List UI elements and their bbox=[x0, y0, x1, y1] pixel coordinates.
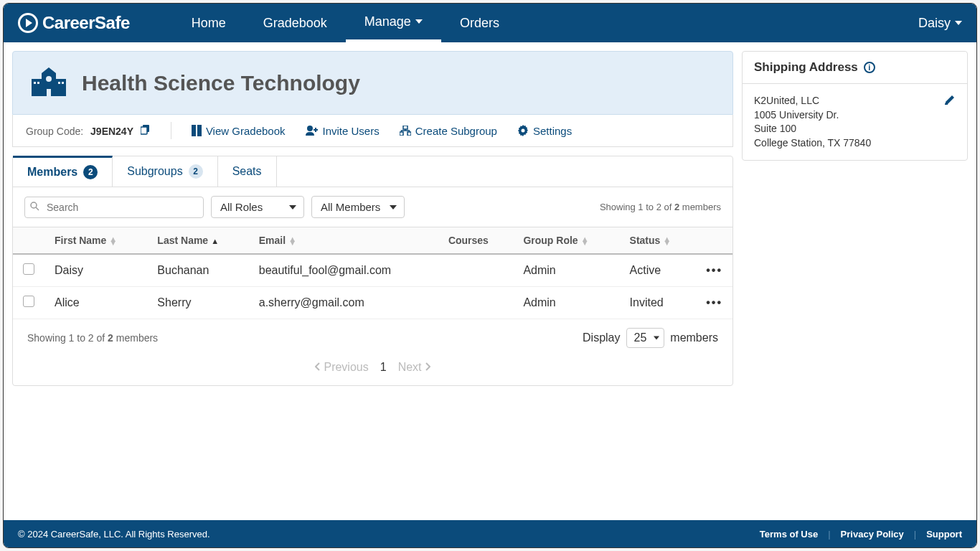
footer-privacy[interactable]: Privacy Policy bbox=[841, 529, 904, 540]
shipping-line4: College Station, TX 77840 bbox=[754, 136, 871, 151]
edit-icon[interactable] bbox=[944, 94, 956, 110]
shipping-line2: 1005 University Dr. bbox=[754, 108, 871, 123]
col-first-name[interactable]: First Name▲▼ bbox=[44, 227, 147, 255]
col-last-name[interactable]: Last Name▲ bbox=[147, 227, 248, 255]
row-checkbox[interactable] bbox=[23, 296, 34, 307]
brand-name: CareerSafe bbox=[42, 13, 130, 33]
svg-rect-9 bbox=[47, 89, 51, 96]
cell-email: a.sherry@gmail.com bbox=[249, 287, 438, 319]
create-subgroup-label: Create Subgroup bbox=[415, 125, 497, 137]
settings-link[interactable]: Settings bbox=[517, 125, 572, 137]
shipping-line1: K2United, LLC bbox=[754, 94, 871, 108]
nav-home[interactable]: Home bbox=[173, 4, 245, 42]
info-icon[interactable]: i bbox=[864, 62, 875, 73]
search-icon bbox=[30, 202, 39, 213]
page-size-select[interactable]: 25 bbox=[626, 328, 665, 348]
divider: | bbox=[914, 529, 916, 540]
top-nav: CareerSafe Home Gradebook Manage Orders … bbox=[4, 4, 976, 42]
brand-logo[interactable]: CareerSafe bbox=[18, 13, 130, 33]
nav-manage[interactable]: Manage bbox=[346, 4, 441, 42]
user-name: Daisy bbox=[918, 16, 951, 31]
pagination-next[interactable]: Next bbox=[398, 361, 430, 374]
summary-prefix: Showing 1 to 2 of bbox=[600, 202, 674, 212]
search-input[interactable] bbox=[24, 197, 204, 218]
tab-subgroups-count: 2 bbox=[189, 164, 203, 179]
col-group-role[interactable]: Group Role▲▼ bbox=[513, 227, 619, 255]
col-status[interactable]: Status▲▼ bbox=[620, 227, 697, 255]
create-subgroup-link[interactable]: Create Subgroup bbox=[400, 125, 497, 137]
view-gradebook-link[interactable]: View Gradebook bbox=[192, 125, 286, 137]
footer-copyright: © 2024 CareerSafe, LLC. All Rights Reser… bbox=[18, 529, 210, 540]
invite-users-label: Invite Users bbox=[323, 125, 380, 137]
chevron-down-icon bbox=[955, 21, 962, 25]
members-label: members bbox=[670, 331, 718, 344]
tab-seats[interactable]: Seats bbox=[218, 156, 277, 187]
tab-subgroups[interactable]: Subgroups 2 bbox=[113, 156, 217, 187]
shipping-address: K2United, LLC 1005 University Dr. Suite … bbox=[754, 94, 871, 150]
gear-icon bbox=[517, 125, 529, 136]
chevron-right-icon bbox=[425, 362, 430, 371]
svg-marker-3 bbox=[42, 67, 56, 73]
group-title: Health Science Technology bbox=[82, 71, 360, 95]
svg-rect-12 bbox=[192, 125, 196, 136]
user-plus-icon bbox=[306, 126, 319, 136]
shipping-card-header: Shipping Address i bbox=[743, 52, 967, 84]
nav-orders[interactable]: Orders bbox=[441, 4, 518, 42]
svg-rect-8 bbox=[62, 82, 64, 84]
copy-icon[interactable] bbox=[141, 126, 151, 137]
pagination: Previous 1 Next bbox=[13, 357, 732, 385]
svg-rect-13 bbox=[197, 125, 202, 136]
svg-point-21 bbox=[31, 202, 37, 208]
footer-support[interactable]: Support bbox=[926, 529, 962, 540]
svg-rect-0 bbox=[32, 79, 42, 96]
summary-suffix: members bbox=[113, 332, 158, 344]
shipping-title: Shipping Address bbox=[754, 60, 858, 75]
cell-first-name: Daisy bbox=[44, 254, 147, 287]
summary-prefix: Showing 1 to 2 of bbox=[27, 332, 108, 344]
group-code-label: Group Code: bbox=[26, 126, 83, 137]
table-row: Alice Sherry a.sherry@gmail.com Admin In… bbox=[13, 287, 732, 319]
tab-seats-label: Seats bbox=[232, 165, 262, 178]
row-actions-menu[interactable]: ••• bbox=[696, 254, 732, 287]
cell-email: beautiful_fool@gmail.com bbox=[249, 254, 438, 287]
svg-point-20 bbox=[521, 129, 524, 133]
tab-subgroups-label: Subgroups bbox=[127, 165, 182, 178]
svg-rect-1 bbox=[56, 79, 66, 96]
cell-first-name: Alice bbox=[44, 287, 147, 319]
sort-icon: ▲▼ bbox=[288, 237, 296, 245]
nav-manage-label: Manage bbox=[364, 14, 411, 29]
sort-icon: ▲▼ bbox=[581, 237, 589, 245]
user-menu[interactable]: Daisy bbox=[918, 16, 962, 31]
cell-courses bbox=[438, 254, 514, 287]
col-email[interactable]: Email▲▼ bbox=[249, 227, 438, 255]
tab-members-label: Members bbox=[27, 166, 77, 179]
members-filter-value: All Members bbox=[321, 201, 380, 213]
table-row: Daisy Buchanan beautiful_fool@gmail.com … bbox=[13, 254, 732, 287]
tab-members-count: 2 bbox=[83, 165, 98, 179]
chevron-left-icon bbox=[315, 362, 321, 371]
svg-rect-7 bbox=[58, 82, 60, 84]
svg-point-4 bbox=[46, 76, 52, 82]
display-label: Display bbox=[583, 331, 620, 344]
summary-suffix: members bbox=[679, 202, 721, 212]
row-actions-menu[interactable]: ••• bbox=[696, 287, 732, 319]
chevron-down-icon bbox=[415, 19, 423, 24]
row-checkbox[interactable] bbox=[23, 263, 34, 275]
svg-rect-18 bbox=[400, 132, 403, 136]
roles-filter[interactable]: All Roles bbox=[211, 196, 304, 218]
results-summary-bottom: Showing 1 to 2 of 2 members bbox=[27, 332, 158, 344]
page-size-value: 25 bbox=[634, 331, 647, 344]
sort-icon: ▲▼ bbox=[663, 237, 671, 245]
members-filter[interactable]: All Members bbox=[311, 196, 405, 218]
nav-gradebook[interactable]: Gradebook bbox=[245, 4, 346, 42]
group-header: Health Science Technology bbox=[12, 51, 733, 115]
pagination-previous[interactable]: Previous bbox=[315, 361, 369, 374]
invite-users-link[interactable]: Invite Users bbox=[306, 125, 380, 137]
tab-members[interactable]: Members 2 bbox=[13, 156, 113, 187]
search-wrap bbox=[24, 197, 204, 218]
svg-rect-6 bbox=[37, 82, 39, 84]
svg-rect-23 bbox=[945, 103, 948, 105]
chevron-down-icon bbox=[390, 205, 397, 209]
footer-terms[interactable]: Terms of Use bbox=[760, 529, 818, 540]
cell-role: Admin bbox=[513, 287, 619, 319]
